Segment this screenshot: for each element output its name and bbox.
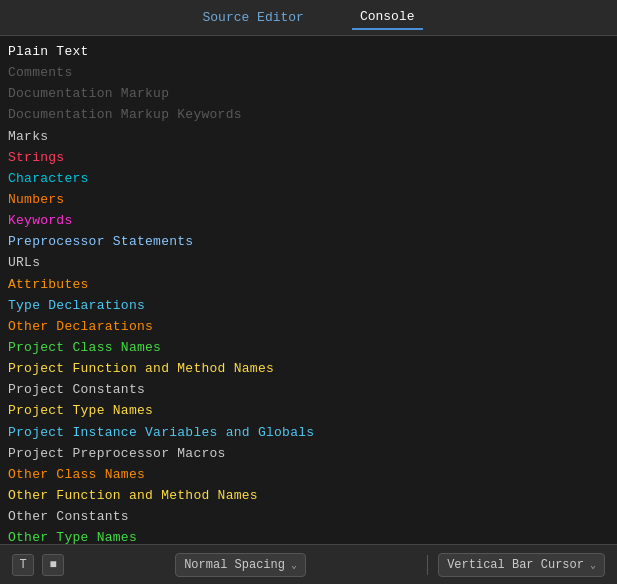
text-icon-button[interactable]: T <box>12 554 34 576</box>
syntax-item-proj-func[interactable]: Project Function and Method Names <box>8 359 609 379</box>
syntax-item-plain-text[interactable]: Plain Text <box>8 42 609 62</box>
syntax-item-keywords[interactable]: Keywords <box>8 211 609 231</box>
spacing-dropdown-area: Normal Spacing ⌄ <box>175 553 306 577</box>
spacing-label: Normal Spacing <box>184 558 285 572</box>
cursor-dropdown[interactable]: Vertical Bar Cursor ⌄ <box>438 553 605 577</box>
bottom-left-icons: T ■ <box>12 554 64 576</box>
syntax-item-type-decl[interactable]: Type Declarations <box>8 296 609 316</box>
cursor-dropdown-area: Vertical Bar Cursor ⌄ <box>417 553 605 577</box>
syntax-item-other-decl[interactable]: Other Declarations <box>8 317 609 337</box>
tab-source-editor[interactable]: Source Editor <box>194 6 311 29</box>
syntax-item-characters[interactable]: Characters <box>8 169 609 189</box>
syntax-item-urls[interactable]: URLs <box>8 253 609 273</box>
block-icon-button[interactable]: ■ <box>42 554 64 576</box>
syntax-item-marks[interactable]: Marks <box>8 127 609 147</box>
syntax-item-preprocessor[interactable]: Preprocessor Statements <box>8 232 609 252</box>
syntax-item-proj-class[interactable]: Project Class Names <box>8 338 609 358</box>
syntax-item-doc-markup[interactable]: Documentation Markup <box>8 84 609 104</box>
tab-console[interactable]: Console <box>352 5 423 30</box>
syntax-item-numbers[interactable]: Numbers <box>8 190 609 210</box>
syntax-item-doc-markup-kw[interactable]: Documentation Markup Keywords <box>8 105 609 125</box>
syntax-item-other-const[interactable]: Other Constants <box>8 507 609 527</box>
syntax-item-proj-macro[interactable]: Project Preprocessor Macros <box>8 444 609 464</box>
cursor-chevron-icon: ⌄ <box>590 559 596 571</box>
tab-bar: Source Editor Console <box>0 0 617 36</box>
spacing-dropdown[interactable]: Normal Spacing ⌄ <box>175 553 306 577</box>
syntax-item-comments[interactable]: Comments <box>8 63 609 83</box>
syntax-item-proj-inst[interactable]: Project Instance Variables and Globals <box>8 423 609 443</box>
syntax-item-proj-type[interactable]: Project Type Names <box>8 401 609 421</box>
syntax-item-strings[interactable]: Strings <box>8 148 609 168</box>
cursor-label: Vertical Bar Cursor <box>447 558 584 572</box>
syntax-item-other-func[interactable]: Other Function and Method Names <box>8 486 609 506</box>
spacing-chevron-icon: ⌄ <box>291 559 297 571</box>
syntax-list: Plain TextCommentsDocumentation MarkupDo… <box>0 36 617 544</box>
syntax-item-other-type[interactable]: Other Type Names <box>8 528 609 544</box>
syntax-item-other-class[interactable]: Other Class Names <box>8 465 609 485</box>
toolbar-separator <box>427 555 428 575</box>
bottom-toolbar: T ■ Normal Spacing ⌄ Vertical Bar Cursor… <box>0 544 617 584</box>
syntax-item-attributes[interactable]: Attributes <box>8 275 609 295</box>
syntax-item-proj-const[interactable]: Project Constants <box>8 380 609 400</box>
